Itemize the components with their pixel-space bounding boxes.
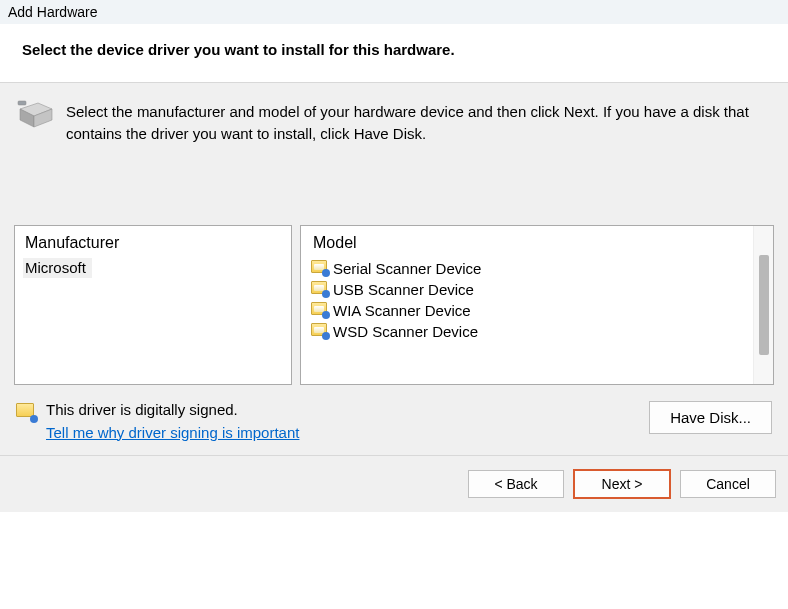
model-item[interactable]: WSD Scanner Device (309, 321, 745, 342)
signing-row: This driver is digitally signed. Tell me… (14, 401, 774, 455)
instruction-text: Select the manufacturer and model of you… (66, 99, 768, 145)
manufacturer-header: Manufacturer (23, 232, 283, 258)
window-title: Add Hardware (8, 4, 98, 20)
driver-lists: Manufacturer Microsoft Model Serial Scan… (14, 225, 774, 385)
page-heading: Select the device driver you want to ins… (22, 41, 766, 58)
manufacturer-listbox[interactable]: Manufacturer Microsoft (14, 225, 292, 385)
manufacturer-item-label: Microsoft (25, 259, 86, 276)
wizard-header: Select the device driver you want to ins… (0, 25, 788, 82)
driver-device-icon (311, 260, 329, 276)
cancel-button[interactable]: Cancel (680, 470, 776, 498)
signing-status-text: This driver is digitally signed. (46, 401, 299, 418)
model-item[interactable]: WIA Scanner Device (309, 300, 745, 321)
model-scrollbar[interactable] (753, 226, 773, 384)
next-button[interactable]: Next > (574, 470, 670, 498)
hardware-icon (16, 99, 56, 131)
svg-rect-3 (18, 101, 26, 105)
signing-info-link[interactable]: Tell me why driver signing is important (46, 424, 299, 441)
driver-device-icon (311, 323, 329, 339)
model-item-label: WSD Scanner Device (333, 323, 478, 340)
driver-device-icon (311, 302, 329, 318)
model-item[interactable]: USB Scanner Device (309, 279, 745, 300)
driver-device-icon (311, 281, 329, 297)
signed-driver-icon (16, 403, 36, 421)
model-header: Model (309, 232, 745, 258)
manufacturer-item[interactable]: Microsoft (23, 258, 92, 278)
model-item-label: WIA Scanner Device (333, 302, 471, 319)
have-disk-button[interactable]: Have Disk... (649, 401, 772, 434)
wizard-content: Select the manufacturer and model of you… (0, 82, 788, 455)
instruction-row: Select the manufacturer and model of you… (14, 97, 774, 155)
model-item-label: USB Scanner Device (333, 281, 474, 298)
model-item-label: Serial Scanner Device (333, 260, 481, 277)
wizard-footer: < Back Next > Cancel (0, 455, 788, 512)
window-title-bar: Add Hardware (0, 0, 788, 25)
scrollbar-thumb[interactable] (759, 255, 769, 355)
back-button[interactable]: < Back (468, 470, 564, 498)
model-listbox[interactable]: Model Serial Scanner Device USB Scanner … (300, 225, 774, 385)
model-item[interactable]: Serial Scanner Device (309, 258, 745, 279)
